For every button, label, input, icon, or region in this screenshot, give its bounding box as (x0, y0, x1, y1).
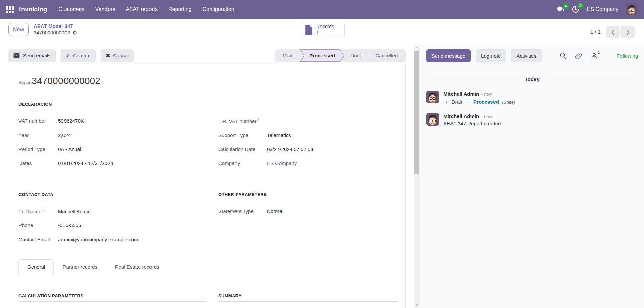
gear-icon[interactable]: ⚙ (72, 30, 77, 35)
followers-count: 1 (598, 50, 600, 54)
help-icon[interactable]: ? (257, 118, 259, 122)
messages-badge: 4 (563, 3, 569, 9)
tab-general[interactable]: General (18, 259, 54, 274)
chevron-left-icon: ❮ (611, 30, 615, 34)
breadcrumb-bar: New AEAT Model 347 3470000000002 ⚙ Recor… (0, 19, 644, 45)
following-toggle[interactable]: Following (617, 53, 638, 59)
activities-badge: 2 (577, 3, 584, 9)
user-avatar[interactable] (626, 4, 637, 15)
field-year: Year 2,024 (18, 132, 207, 141)
search-messages-icon[interactable] (560, 52, 566, 59)
section-title-other-parameters: OTHER PARAMETERS (218, 192, 398, 200)
scrollbar-up-arrow[interactable]: ▲ (414, 46, 420, 49)
breadcrumb-current: 3470000000002 (34, 30, 70, 36)
field-phone: Phone -555-5555 (18, 222, 207, 231)
nav-item-vendors[interactable]: Vendors (95, 6, 115, 12)
pager-next-button[interactable]: ❯ (621, 26, 635, 38)
message-avatar[interactable] (426, 113, 439, 126)
top-navbar: Invoicing Customers Vendors AEAT reports… (0, 0, 644, 19)
chatter-panel: Send message Log note Activities (420, 45, 644, 308)
records-stat-button[interactable]: Records 1 (301, 22, 345, 37)
activities-menu[interactable]: 2 (572, 6, 579, 13)
field-support-type: Support Type Telematics (218, 132, 398, 141)
section-title-calculation-parameters: CALCULATION PARAMETERS (18, 293, 207, 302)
envelope-icon (13, 53, 20, 58)
message-author[interactable]: Mitchell Admin (443, 113, 479, 119)
field-contact-email: Contact Email admin@yourcompany.example.… (18, 237, 207, 245)
records-label: Records (316, 24, 334, 30)
form-region: Send emails ✔ Confirm ✖ Cancel Draft Pro… (0, 45, 414, 308)
field-lr-vat-number: L.R. VAT number? (218, 118, 398, 126)
notebook-tabs: General Partner records Real Estate reco… (14, 259, 398, 274)
arrow-right-icon: → (465, 99, 470, 104)
section-title-summary: SUMMARY (218, 293, 398, 302)
field-dates: Dates 01/01/2024 - 12/31/2024 (18, 160, 207, 169)
message-time: - now (481, 92, 492, 97)
breadcrumb: AEAT Model 347 3470000000002 ⚙ (34, 23, 77, 36)
new-button[interactable]: New (8, 23, 29, 36)
field-company: Company ES Company (218, 160, 398, 169)
date-divider-label: Today (525, 76, 539, 82)
message-author[interactable]: Mitchell Admin (443, 91, 479, 97)
tracking-new-value: Processed (473, 99, 499, 105)
status-step-cancelled[interactable]: Cancelled (369, 49, 404, 62)
log-note-button[interactable]: Log note (476, 49, 506, 62)
section-title-contact-data: CONTACT DATA (18, 192, 207, 200)
tracking-field-name: (State) (502, 100, 515, 105)
help-icon[interactable]: ? (42, 208, 44, 212)
followers-icon[interactable]: 1 (591, 53, 597, 59)
x-icon: ✖ (106, 53, 110, 58)
statusbar: Draft Processed Done Cancelled (275, 49, 406, 62)
apps-menu-icon[interactable] (6, 6, 14, 13)
tracking-old-value: Draft (452, 99, 463, 105)
app-name[interactable]: Invoicing (19, 6, 47, 13)
field-calculation-date: Calculation Date 03/27/2024 07:52:53 (218, 146, 398, 155)
nav-item-customers[interactable]: Customers (58, 6, 84, 12)
form-scrollbar[interactable]: ▲ ▼ (414, 45, 420, 308)
nav-item-reporting[interactable]: Reporting (168, 6, 191, 12)
document-icon (305, 24, 313, 35)
status-step-draft[interactable]: Draft (277, 49, 300, 62)
send-emails-button[interactable]: Send emails (8, 49, 56, 62)
status-step-done[interactable]: Done (344, 49, 369, 62)
chevron-right-icon: ❯ (626, 30, 630, 34)
field-vat-number: VAT number 59962470K (18, 118, 207, 126)
pager-counter: 1 / 1 (590, 29, 601, 35)
scrollbar-thumb[interactable] (414, 51, 419, 174)
nav-item-configuration[interactable]: Configuration (202, 6, 234, 12)
tab-partner-records[interactable]: Partner records (54, 259, 106, 274)
pager-previous-button[interactable]: ❮ (606, 26, 620, 38)
pager: 1 / 1 ❮ ❯ (590, 26, 635, 38)
message-avatar[interactable] (426, 91, 439, 103)
nav-item-aeat-reports[interactable]: AEAT reports (126, 6, 158, 12)
status-step-processed[interactable]: Processed (300, 49, 344, 62)
activities-button[interactable]: Activities (511, 49, 542, 62)
breadcrumb-parent-link[interactable]: AEAT Model 347 (34, 23, 77, 30)
company-link[interactable]: ES Company (267, 160, 297, 166)
scrollbar-down-arrow[interactable]: ▼ (414, 304, 420, 307)
report-field-label: Report (18, 80, 32, 85)
report-name[interactable]: 3470000000002 (32, 75, 100, 86)
message-time: - now (481, 114, 492, 119)
section-title-declaracion: DECLARACIÓN (18, 102, 398, 110)
check-icon: ✔ (66, 53, 70, 58)
send-message-button[interactable]: Send message (426, 49, 471, 62)
nav-menu: Customers Vendors AEAT reports Reporting… (58, 6, 234, 12)
tab-real-estate-records[interactable]: Real Estate records (106, 259, 168, 274)
records-count: 1 (316, 30, 334, 35)
field-statement-type: Statement Type Normal (218, 208, 398, 217)
messages-menu[interactable]: 4 (557, 6, 565, 13)
tracking-change: • Draft → Processed (State) (443, 99, 515, 105)
attachments-icon[interactable] (575, 52, 582, 59)
message-body: AEAT 347 Report created (443, 121, 501, 126)
cancel-button[interactable]: ✖ Cancel (101, 49, 134, 62)
message-tracking: Mitchell Admin - now • Draft → Processed… (426, 91, 638, 105)
message-note: Mitchell Admin - now AEAT 347 Report cre… (426, 113, 638, 126)
company-switcher[interactable]: ES Company (587, 6, 618, 12)
field-full-name: Full Name? Mitchell Admin (18, 208, 207, 217)
date-divider: Today (426, 76, 638, 82)
form-sheet: Report 3470000000002 DECLARACIÓN VAT num… (7, 64, 406, 308)
field-period-type: Period Type 0A - Anual (18, 146, 207, 155)
confirm-button[interactable]: ✔ Confirm (61, 49, 96, 62)
